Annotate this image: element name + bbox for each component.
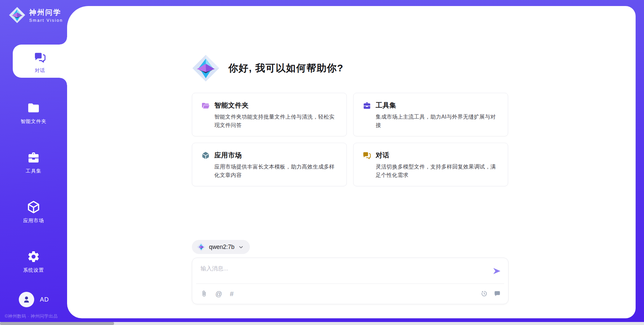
card-description: 集成市场上主流工具，助力AI与外界无缝扩展与对接 bbox=[376, 113, 499, 130]
card-app-market[interactable]: 应用市场 应用市场提供丰富长文本模板，助力高效生成多样化文章内容 bbox=[192, 143, 347, 186]
sidebar-item-label: 工具集 bbox=[26, 168, 42, 174]
assistant-diamond-icon bbox=[192, 54, 220, 82]
sidebar-item-smart-folder[interactable]: 智能文件夹 bbox=[0, 94, 67, 127]
sidebar-item-app-market[interactable]: 应用市场 bbox=[0, 193, 67, 226]
horizontal-scrollbar[interactable] bbox=[0, 322, 644, 325]
cube-icon bbox=[27, 200, 40, 214]
sidebar-item-label: 应用市场 bbox=[23, 217, 44, 224]
composer-divider bbox=[196, 283, 504, 284]
card-title: 智能文件夹 bbox=[214, 101, 249, 110]
toolbox-icon bbox=[363, 101, 371, 110]
folder-open-icon bbox=[201, 101, 210, 110]
attach-button[interactable] bbox=[201, 290, 208, 297]
paperclip-icon bbox=[201, 290, 208, 297]
chevron-down-icon bbox=[238, 245, 244, 250]
greeting: 你好, 我可以如何帮助你? bbox=[192, 54, 343, 82]
sidebar-item-toolset[interactable]: 工具集 bbox=[0, 143, 67, 177]
composer-tools-left: @ # bbox=[201, 290, 233, 297]
model-selector[interactable]: qwen2:7b bbox=[192, 240, 250, 254]
card-header: 对话 bbox=[363, 151, 499, 160]
avatar bbox=[19, 292, 34, 307]
send-icon bbox=[492, 267, 501, 275]
feedback-button[interactable] bbox=[494, 290, 501, 297]
card-description: 智能文件夹功能支持批量文件上传与清洗，轻松实现文件问答 bbox=[214, 113, 337, 130]
copyright-text: ©神州数码 · 神州问学出品 bbox=[5, 313, 58, 319]
history-icon bbox=[481, 290, 488, 297]
mention-button[interactable]: @ bbox=[215, 290, 222, 297]
brand-diamond-icon bbox=[9, 7, 25, 23]
greeting-title: 你好, 我可以如何帮助你? bbox=[228, 62, 343, 75]
history-button[interactable] bbox=[481, 290, 488, 297]
scrollbar-thumb[interactable] bbox=[0, 322, 114, 325]
topic-button[interactable]: # bbox=[230, 290, 233, 297]
card-description: 灵活切换多模型文件，支持多样回复效果调试，满足个性化需求 bbox=[376, 163, 499, 180]
card-title: 对话 bbox=[376, 151, 389, 160]
sidebar-item-label: 对话 bbox=[35, 67, 45, 74]
card-toolset[interactable]: 工具集 集成市场上主流工具，助力AI与外界无缝扩展与对接 bbox=[353, 93, 508, 136]
sidebar-item-system-settings[interactable]: 系统设置 bbox=[0, 243, 67, 276]
card-description: 应用市场提供丰富长文本模板，助力高效生成多样化文章内容 bbox=[214, 163, 337, 180]
chat-bubbles-icon bbox=[34, 51, 46, 64]
card-header: 工具集 bbox=[363, 101, 499, 110]
sidebar: 神州问学 Smart Vision 对话 智能文件夹 工具集 应用市场 系统设置 bbox=[0, 0, 67, 325]
sidebar-nav: 对话 智能文件夹 工具集 应用市场 系统设置 bbox=[0, 45, 67, 276]
brand-text: 神州问学 Smart Vision bbox=[29, 8, 63, 23]
card-title: 工具集 bbox=[376, 101, 396, 110]
user-name: AD bbox=[40, 296, 49, 303]
brand-logo: 神州问学 Smart Vision bbox=[9, 7, 63, 23]
sidebar-item-chat[interactable]: 对话 bbox=[13, 45, 67, 78]
sidebar-item-label: 智能文件夹 bbox=[20, 118, 47, 125]
message-input[interactable] bbox=[201, 263, 476, 274]
feature-cards: 智能文件夹 智能文件夹功能支持批量文件上传与清洗，轻松实现文件问答 工具集 集成… bbox=[192, 93, 508, 186]
gear-icon bbox=[27, 250, 40, 263]
card-smart-folder[interactable]: 智能文件夹 智能文件夹功能支持批量文件上传与清洗，轻松实现文件问答 bbox=[192, 93, 347, 136]
chat-bubbles-icon bbox=[363, 151, 371, 160]
card-title: 应用市场 bbox=[214, 151, 242, 160]
folder-icon bbox=[27, 101, 40, 115]
brand-name: 神州问学 bbox=[29, 8, 63, 17]
composer-tools-right bbox=[481, 290, 501, 297]
model-name: qwen2:7b bbox=[209, 244, 234, 251]
sidebar-item-label: 系统设置 bbox=[23, 267, 44, 273]
main-panel: 你好, 我可以如何帮助你? 智能文件夹 智能文件夹功能支持批量文件上传与清洗，轻… bbox=[67, 6, 636, 318]
model-diamond-icon bbox=[197, 243, 206, 251]
brand-subtitle: Smart Vision bbox=[29, 18, 63, 23]
card-header: 应用市场 bbox=[201, 151, 337, 160]
user-profile[interactable]: AD bbox=[19, 292, 49, 307]
card-chat[interactable]: 对话 灵活切换多模型文件，支持多样回复效果调试，满足个性化需求 bbox=[353, 143, 508, 186]
person-icon bbox=[22, 295, 31, 304]
card-header: 智能文件夹 bbox=[201, 101, 337, 110]
chat-bubble-icon bbox=[494, 290, 501, 297]
toolbox-icon bbox=[27, 151, 40, 164]
send-button[interactable] bbox=[492, 267, 501, 276]
composer: @ # bbox=[192, 258, 508, 304]
cube-icon bbox=[201, 151, 210, 160]
